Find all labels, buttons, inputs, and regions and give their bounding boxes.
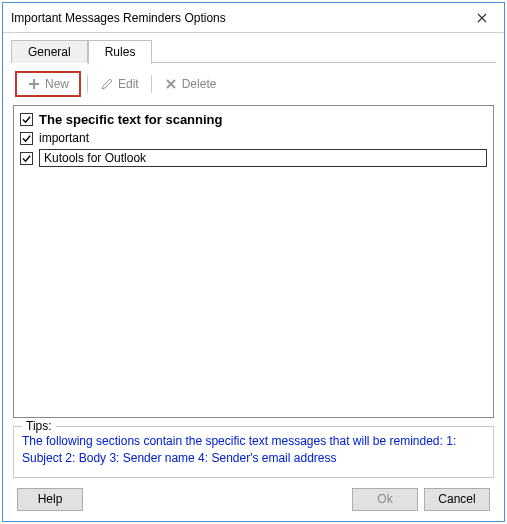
- tab-general[interactable]: General: [11, 40, 88, 63]
- new-button[interactable]: New: [21, 75, 75, 93]
- help-button[interactable]: Help: [17, 488, 83, 511]
- item-text: Kutools for Outlook: [39, 149, 487, 167]
- dialog-window: Important Messages Reminders Options Gen…: [2, 2, 505, 522]
- dialog-body: General Rules New Edit Delete: [3, 33, 504, 521]
- close-button[interactable]: [459, 3, 504, 32]
- close-icon: [477, 13, 487, 23]
- rules-list: The specific text for scanning important…: [13, 105, 494, 418]
- toolbar-separator: [87, 75, 88, 93]
- item-checkbox[interactable]: [20, 132, 33, 145]
- button-bar: Help Ok Cancel: [11, 488, 496, 513]
- delete-button-label: Delete: [182, 77, 217, 91]
- header-checkbox[interactable]: [20, 113, 33, 126]
- tab-rules[interactable]: Rules: [88, 40, 153, 64]
- list-header-row: The specific text for scanning: [20, 110, 487, 129]
- highlight-annotation: New: [15, 71, 81, 97]
- titlebar: Important Messages Reminders Options: [3, 3, 504, 33]
- delete-icon: [164, 77, 178, 91]
- ok-button[interactable]: Ok: [352, 488, 418, 511]
- tips-text: The following sections contain the speci…: [22, 433, 485, 467]
- plus-icon: [27, 77, 41, 91]
- window-title: Important Messages Reminders Options: [11, 11, 226, 25]
- check-icon: [22, 115, 31, 124]
- toolbar-separator: [151, 75, 152, 93]
- pencil-icon: [100, 77, 114, 91]
- check-icon: [22, 134, 31, 143]
- toolbar: New Edit Delete: [11, 63, 496, 105]
- item-text: important: [39, 131, 487, 145]
- item-checkbox[interactable]: [20, 152, 33, 165]
- check-icon: [22, 154, 31, 163]
- new-button-label: New: [45, 77, 69, 91]
- cancel-button[interactable]: Cancel: [424, 488, 490, 511]
- tab-strip: General Rules: [11, 39, 496, 63]
- tips-label: Tips:: [22, 419, 56, 433]
- delete-button[interactable]: Delete: [158, 75, 223, 93]
- edit-button[interactable]: Edit: [94, 75, 145, 93]
- edit-button-label: Edit: [118, 77, 139, 91]
- list-item[interactable]: important: [20, 129, 487, 147]
- list-header-text: The specific text for scanning: [39, 112, 223, 127]
- list-item[interactable]: Kutools for Outlook: [20, 147, 487, 169]
- tips-box: Tips: The following sections contain the…: [13, 426, 494, 478]
